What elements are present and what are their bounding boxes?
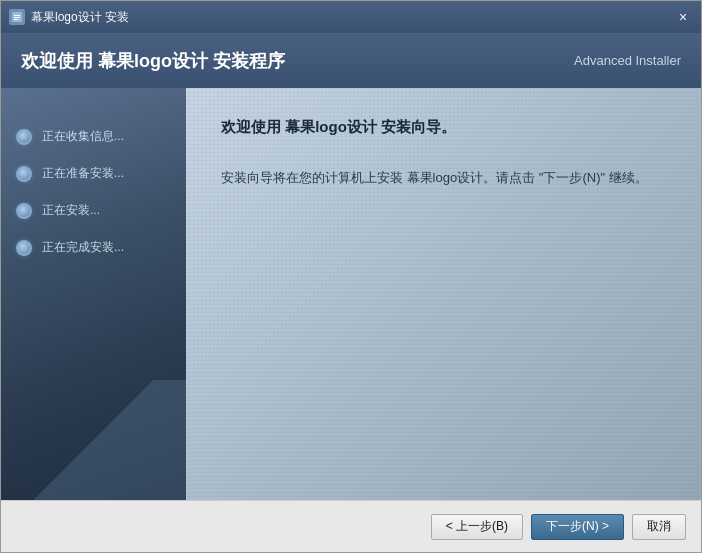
step-radio-4 (16, 240, 32, 256)
sidebar-step-3: 正在安装... (1, 192, 186, 229)
close-button[interactable]: × (673, 7, 693, 27)
main-panel: 欢迎使用 幕果logo设计 安装向导。 安装向导将在您的计算机上安装 幕果log… (186, 88, 701, 500)
welcome-title: 欢迎使用 幕果logo设计 安装向导。 (221, 118, 666, 137)
svg-rect-3 (14, 19, 18, 20)
window-title: 幕果logo设计 安装 (31, 9, 129, 26)
header-brand: Advanced Installer (574, 53, 681, 68)
svg-rect-2 (14, 17, 20, 18)
back-button[interactable]: < 上一步(B) (431, 514, 523, 540)
step-label-1: 正在收集信息... (42, 128, 124, 145)
step-label-3: 正在安装... (42, 202, 100, 219)
installer-window: 幕果logo设计 安装 × 欢迎使用 幕果logo设计 安装程序 Advance… (0, 0, 702, 553)
step-radio-2 (16, 166, 32, 182)
header-title: 欢迎使用 幕果logo设计 安装程序 (21, 49, 285, 73)
sidebar-step-1: 正在收集信息... (1, 118, 186, 155)
step-radio-1 (16, 129, 32, 145)
app-icon (9, 9, 25, 25)
sidebar-step-2: 正在准备安装... (1, 155, 186, 192)
sidebar-step-4: 正在完成安装... (1, 229, 186, 266)
footer: < 上一步(B) 下一步(N) > 取消 (1, 500, 701, 552)
step-radio-3 (16, 203, 32, 219)
content-area: 正在收集信息... 正在准备安装... 正在安装... 正在完成安装... 欢迎… (1, 88, 701, 500)
step-label-4: 正在完成安装... (42, 239, 124, 256)
cancel-button[interactable]: 取消 (632, 514, 686, 540)
svg-rect-1 (14, 15, 20, 16)
title-bar: 幕果logo设计 安装 × (1, 1, 701, 33)
step-label-2: 正在准备安装... (42, 165, 124, 182)
header-bar: 欢迎使用 幕果logo设计 安装程序 Advanced Installer (1, 33, 701, 88)
welcome-desc: 安装向导将在您的计算机上安装 幕果logo设计。请点击 "下一步(N)" 继续。 (221, 167, 666, 189)
next-button[interactable]: 下一步(N) > (531, 514, 624, 540)
title-bar-left: 幕果logo设计 安装 (9, 9, 129, 26)
sidebar: 正在收集信息... 正在准备安装... 正在安装... 正在完成安装... (1, 88, 186, 500)
